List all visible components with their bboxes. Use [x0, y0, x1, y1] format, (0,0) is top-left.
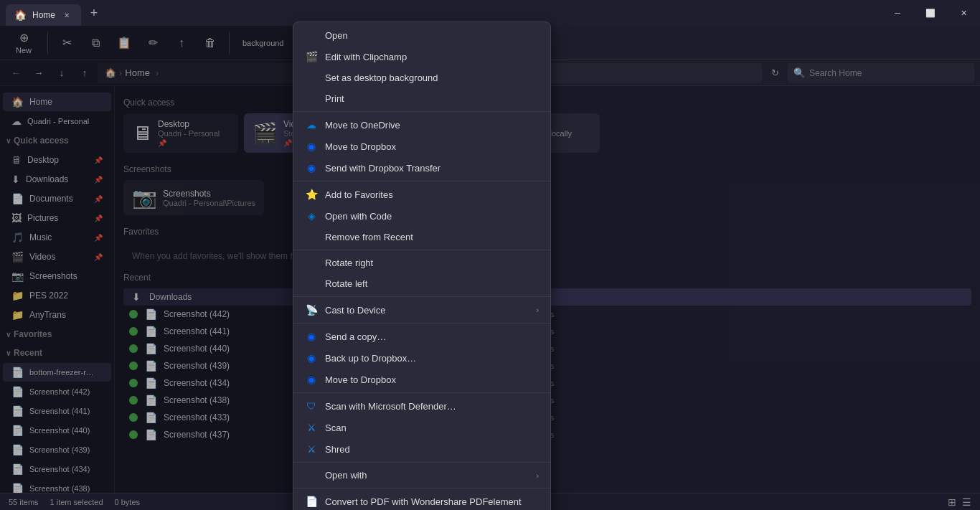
ctx-send-dropbox-transfer[interactable]: ◉ Send with Dropbox Transfer — [293, 157, 550, 179]
ctx-move-onedrive[interactable]: ☁ Move to OneDrive — [293, 114, 550, 136]
ctx-scan[interactable]: ⚔ Scan — [293, 417, 550, 438]
ctx-move-dropbox[interactable]: ◉ Move to Dropbox — [293, 136, 550, 157]
ctx-desktop-bg-label: Set as desktop background — [325, 72, 539, 83]
ctx-dropbox-transfer-label: Send with Dropbox Transfer — [325, 163, 539, 174]
ctx-onedrive-icon: ☁ — [305, 119, 318, 131]
ctx-send-copy-label: Send a copy… — [325, 331, 539, 342]
context-menu: Open 🎬 Edit with Clipchamp Set as deskto… — [293, 22, 551, 510]
ctx-open-with-code[interactable]: ◈ Open with Code — [293, 205, 550, 227]
ctx-rotate-left-label: Rotate left — [325, 278, 539, 289]
ctx-open-with-label: Open with — [325, 470, 529, 481]
bg-dim-right — [551, 26, 980, 493]
ctx-sep-7 — [293, 462, 550, 463]
ctx-cast-icon: 📡 — [305, 304, 318, 316]
ctx-defender-icon: 🛡 — [305, 400, 318, 412]
ctx-dropbox-transfer-icon: ◉ — [305, 162, 318, 174]
ctx-open[interactable]: Open — [293, 25, 550, 46]
ctx-sep-5 — [293, 323, 550, 324]
ctx-open-label: Open — [325, 30, 539, 41]
ctx-convert-pdf[interactable]: 📄 Convert to PDF with Wondershare PDFele… — [293, 491, 550, 510]
ctx-shred[interactable]: ⚔ Shred — [293, 438, 550, 460]
ctx-set-desktop-bg[interactable]: Set as desktop background — [293, 67, 550, 88]
ctx-sep-2 — [293, 181, 550, 181]
ctx-shred-label: Shred — [325, 444, 539, 455]
ctx-convert-pdf-icon: 📄 — [305, 496, 318, 507]
ctx-move-dropbox-icon: ◉ — [305, 374, 318, 385]
ctx-remove-recent-label: Remove from Recent — [325, 232, 539, 242]
ctx-scan-defender[interactable]: 🛡 Scan with Microsoft Defender… — [293, 395, 550, 417]
ctx-code-icon: ◈ — [305, 210, 318, 222]
context-menu-overlay: Open 🎬 Edit with Clipchamp Set as deskto… — [0, 0, 980, 510]
ctx-clipchamp-label: Edit with Clipchamp — [325, 52, 539, 62]
ctx-open-with[interactable]: Open with › — [293, 465, 550, 486]
ctx-cast-label: Cast to Device — [325, 305, 529, 316]
ctx-code-label: Open with Code — [325, 211, 539, 222]
ctx-sep-1 — [293, 111, 550, 112]
ctx-remove-recent[interactable]: Remove from Recent — [293, 227, 550, 247]
ctx-defender-label: Scan with Microsoft Defender… — [325, 401, 539, 412]
ctx-sep-6 — [293, 392, 550, 393]
ctx-rotate-right[interactable]: Rotate right — [293, 252, 550, 273]
ctx-rotate-left[interactable]: Rotate left — [293, 273, 550, 294]
ctx-convert-pdf-label: Convert to PDF with Wondershare PDFeleme… — [325, 496, 539, 507]
ctx-back-up-dropbox[interactable]: ◉ Back up to Dropbox… — [293, 347, 550, 369]
ctx-scan-icon: ⚔ — [305, 422, 318, 433]
ctx-move-to-dropbox[interactable]: ◉ Move to Dropbox — [293, 369, 550, 390]
ctx-scan-label: Scan — [325, 422, 539, 433]
ctx-open-with-arrow: › — [536, 471, 539, 480]
ctx-shred-icon: ⚔ — [305, 443, 318, 455]
ctx-sep-3 — [293, 250, 550, 250]
ctx-add-favorites[interactable]: ⭐ Add to Favorites — [293, 184, 550, 205]
ctx-print-label: Print — [325, 93, 539, 104]
ctx-move-dropbox-label: Move to Dropbox — [325, 374, 539, 385]
ctx-backup-icon: ◉ — [305, 352, 318, 364]
ctx-send-copy-icon: ◉ — [305, 331, 318, 342]
ctx-backup-label: Back up to Dropbox… — [325, 353, 539, 364]
ctx-cast-arrow: › — [536, 306, 539, 314]
ctx-print[interactable]: Print — [293, 88, 550, 109]
ctx-sep-4 — [293, 296, 550, 297]
ctx-favorites-icon: ⭐ — [305, 189, 318, 200]
ctx-sep-8 — [293, 488, 550, 488]
bg-dim-left — [0, 26, 293, 493]
ctx-edit-clipchamp[interactable]: 🎬 Edit with Clipchamp — [293, 46, 550, 67]
ctx-dropbox-label: Move to Dropbox — [325, 141, 539, 152]
ctx-cast-to-device[interactable]: 📡 Cast to Device › — [293, 299, 550, 321]
ctx-rotate-right-label: Rotate right — [325, 258, 539, 268]
ctx-dropbox-icon: ◉ — [305, 141, 318, 152]
ctx-onedrive-label: Move to OneDrive — [325, 120, 539, 131]
ctx-favorites-label: Add to Favorites — [325, 189, 539, 200]
ctx-send-copy[interactable]: ◉ Send a copy… — [293, 326, 550, 347]
ctx-clipchamp-icon: 🎬 — [305, 51, 318, 62]
